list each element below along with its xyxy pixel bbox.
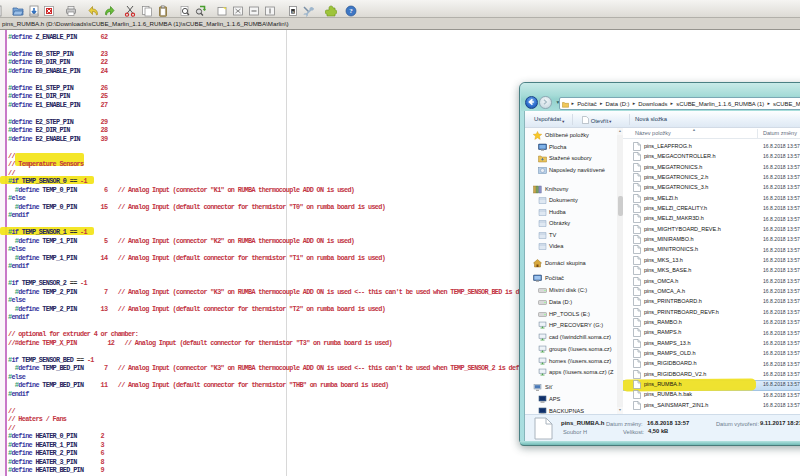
svg-text:?: ?: [349, 7, 353, 15]
